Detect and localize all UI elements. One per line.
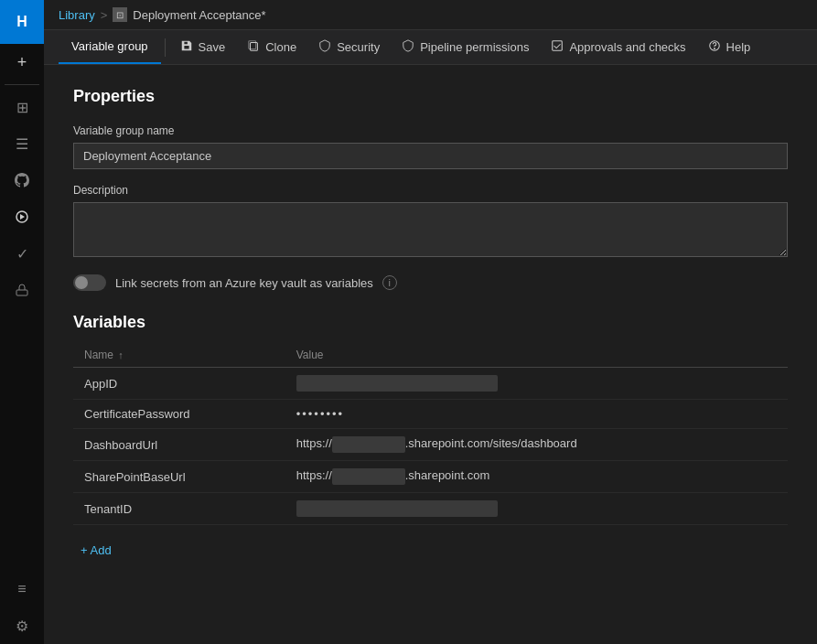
table-row: AppID <box>73 368 788 400</box>
variables-table: Name ↑ Value AppIDCertificatePassword•••… <box>73 343 788 525</box>
sidebar: H + ⊞ ☰ ✓ ≡ ⚙ <box>0 0 44 644</box>
var-name-cell: AppID <box>73 368 285 400</box>
var-name-cell: DashboardUrl <box>73 429 285 461</box>
properties-title: Properties <box>73 87 788 106</box>
redacted-url-part <box>332 468 405 485</box>
approvals-icon <box>551 39 564 55</box>
help-label: Help <box>726 40 751 54</box>
security-label: Security <box>337 40 380 54</box>
add-label: + Add <box>81 543 112 557</box>
sidebar-icon-add[interactable]: + <box>0 44 44 80</box>
var-name-cell: TenantID <box>73 493 285 525</box>
help-icon <box>708 39 721 55</box>
sidebar-icon-overview[interactable]: ⊞ <box>0 89 44 125</box>
content-area: Properties Variable group name Descripti… <box>44 65 817 644</box>
variables-title: Variables <box>73 313 788 332</box>
tab-variable-group-label: Variable group <box>71 39 148 53</box>
var-value-cell: •••••••• <box>285 400 788 429</box>
pipeline-permissions-button[interactable]: Pipeline permissions <box>391 32 540 62</box>
svg-marker-1 <box>20 214 25 220</box>
add-variable-button[interactable]: + Add <box>73 540 788 561</box>
toggle-row: Link secrets from an Azure key vault as … <box>73 274 788 291</box>
tab-variable-group[interactable]: Variable group <box>59 30 161 64</box>
sidebar-icon-boards[interactable]: ☰ <box>0 125 44 162</box>
keyvault-toggle[interactable] <box>73 274 106 291</box>
app-logo[interactable]: H <box>0 0 44 44</box>
pipeline-permissions-icon <box>402 39 414 55</box>
toggle-label: Link secrets from an Azure key vault as … <box>115 276 373 290</box>
approvals-label: Approvals and checks <box>569 40 685 54</box>
svg-point-7 <box>714 48 715 49</box>
svg-rect-5 <box>553 41 563 51</box>
redacted-value <box>296 375 498 392</box>
var-value-cell: https://.sharepoint.com/sites/dashboard <box>285 429 788 461</box>
table-row: TenantID <box>73 493 788 525</box>
sort-icon: ↑ <box>118 349 124 360</box>
sidebar-bottom: ≡ ⚙ <box>0 571 44 644</box>
save-icon <box>180 39 193 55</box>
main-content: Library > ⊡ Deployment Acceptance* Varia… <box>44 0 817 644</box>
variable-group-name-input[interactable] <box>73 143 788 169</box>
clone-label: Clone <box>265 40 296 54</box>
name-label: Variable group name <box>73 124 788 137</box>
description-input[interactable] <box>73 202 788 257</box>
sidebar-icon-reports[interactable]: ≡ <box>0 571 44 607</box>
breadcrumb-icon: ⊡ <box>113 7 127 22</box>
var-value-cell <box>285 493 788 525</box>
toolbar-separator-1 <box>165 38 166 57</box>
redacted-value <box>296 500 498 517</box>
table-row: SharePointBaseUrlhttps://.sharepoint.com <box>73 461 788 493</box>
col-value-header: Value <box>285 343 788 368</box>
description-label: Description <box>73 184 788 197</box>
var-value-cell: https://.sharepoint.com <box>285 461 788 493</box>
table-row: CertificatePassword•••••••• <box>73 400 788 429</box>
sidebar-icon-artifacts[interactable] <box>0 272 44 308</box>
clone-button[interactable]: Clone <box>236 32 307 62</box>
save-button[interactable]: Save <box>169 32 237 62</box>
redacted-url-part <box>332 436 405 453</box>
info-icon[interactable]: i <box>382 275 397 290</box>
help-button[interactable]: Help <box>697 32 762 62</box>
security-icon <box>318 39 331 55</box>
col-name-header[interactable]: Name ↑ <box>73 343 285 368</box>
approvals-button[interactable]: Approvals and checks <box>540 32 696 62</box>
breadcrumb-title: Deployment Acceptance* <box>133 8 265 22</box>
toggle-knob <box>75 276 88 289</box>
sidebar-icon-repos[interactable] <box>0 162 44 199</box>
table-header-row: Name ↑ Value <box>73 343 788 368</box>
table-row: DashboardUrlhttps://.sharepoint.com/site… <box>73 429 788 461</box>
sidebar-divider <box>5 84 39 85</box>
variables-section: Variables Name ↑ Value AppIDCertificateP… <box>73 313 788 561</box>
breadcrumb-separator: > <box>101 8 108 22</box>
var-name-cell: SharePointBaseUrl <box>73 461 285 493</box>
sidebar-icon-settings[interactable]: ⚙ <box>0 607 44 644</box>
pipeline-permissions-label: Pipeline permissions <box>420 40 529 54</box>
breadcrumb: Library > ⊡ Deployment Acceptance* <box>44 0 817 30</box>
sidebar-icon-testplans[interactable]: ✓ <box>0 235 44 272</box>
var-name-cell: CertificatePassword <box>73 400 285 429</box>
clone-icon <box>247 39 260 55</box>
svg-rect-2 <box>16 290 27 295</box>
var-value-cell <box>285 368 788 400</box>
breadcrumb-library[interactable]: Library <box>59 8 95 22</box>
security-button[interactable]: Security <box>307 32 391 62</box>
toolbar: Variable group Save Clone <box>44 30 817 65</box>
properties-section: Properties Variable group name Descripti… <box>73 87 788 291</box>
sidebar-icon-pipelines[interactable] <box>0 199 44 235</box>
save-label: Save <box>199 40 226 54</box>
